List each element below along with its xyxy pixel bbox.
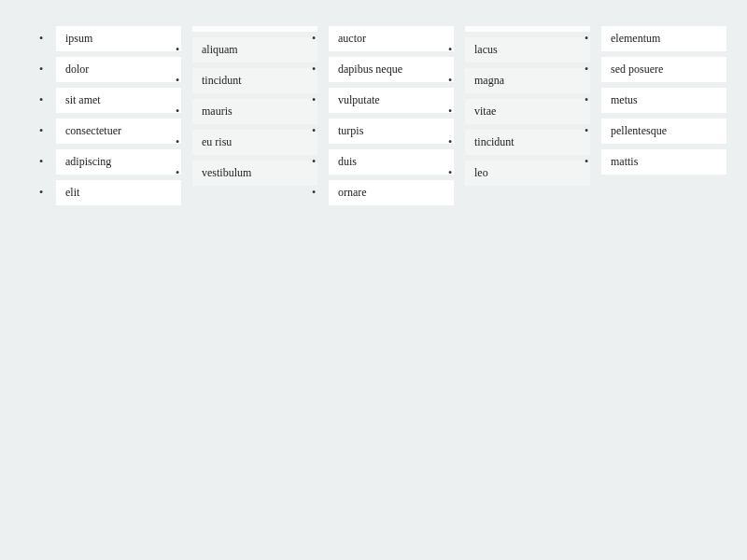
item-box[interactable]: mattis — [601, 149, 726, 175]
item-box[interactable]: dolor — [56, 57, 181, 82]
list-item: turpis — [329, 119, 428, 144]
list-item: magna — [465, 68, 564, 93]
list-item: aliquam — [192, 37, 291, 63]
item-box[interactable]: eu risu — [192, 130, 317, 155]
list-item: ipsum — [56, 26, 155, 51]
list-item: tincidunt — [465, 130, 564, 155]
item-box[interactable]: elit — [56, 180, 181, 205]
list-item: pellentesque — [601, 119, 700, 144]
item-box[interactable]: lacus — [465, 37, 590, 63]
item-box[interactable]: turpis — [329, 119, 454, 144]
item-list: ipsumdolorsit ametconsectetueradipiscing… — [19, 26, 155, 205]
item-box[interactable]: leo — [465, 161, 590, 186]
item-box[interactable]: dapibus neque — [329, 57, 454, 82]
list-item: auctor — [329, 26, 428, 51]
item-box[interactable]: magna — [465, 68, 590, 93]
list-item: eu risu — [192, 130, 291, 155]
item-box[interactable]: mauris — [192, 99, 317, 124]
item-box[interactable]: ipsum — [56, 26, 181, 51]
list-item: sit amet — [56, 88, 155, 113]
list-item: vitae — [465, 99, 564, 124]
list-item: vestibulum — [192, 161, 291, 186]
columns-container: ipsumdolorsit ametconsectetueradipiscing… — [0, 0, 747, 211]
item-box[interactable]: auctor — [329, 26, 454, 51]
item-box[interactable]: vitae — [465, 99, 590, 124]
item-box[interactable]: metus — [601, 88, 726, 113]
list-item: adipiscing — [56, 149, 155, 175]
list-item: metus — [601, 88, 700, 113]
list-item: elit — [56, 180, 155, 205]
item-box[interactable]: sed posuere — [601, 57, 726, 82]
item-box[interactable]: sit amet — [56, 88, 181, 113]
item-box[interactable]: vestibulum — [192, 161, 317, 186]
item-box[interactable]: consectetuer — [56, 119, 181, 144]
item-box[interactable]: elementum — [601, 26, 726, 51]
list-item: mauris — [192, 99, 291, 124]
list-item: dapibus neque — [329, 57, 428, 82]
list-item: vulputate — [329, 88, 428, 113]
item-box[interactable]: aliquam — [192, 37, 317, 63]
item-box[interactable]: vulputate — [329, 88, 454, 113]
item-box[interactable]: duis — [329, 149, 454, 175]
list-item: ornare — [329, 180, 428, 205]
list-item: consectetuer — [56, 119, 155, 144]
item-box[interactable]: pellentesque — [601, 119, 726, 144]
list-item: lacus — [465, 37, 564, 63]
list-item: dolor — [56, 57, 155, 82]
list-item: tincidunt — [192, 68, 291, 93]
list-item: leo — [465, 161, 564, 186]
column-0: ipsumdolorsit ametconsectetueradipiscing… — [19, 26, 155, 211]
list-item: duis — [329, 149, 428, 175]
item-box[interactable]: tincidunt — [465, 130, 590, 155]
item-box[interactable]: ornare — [329, 180, 454, 205]
list-item: mattis — [601, 149, 700, 175]
list-item: elementum — [601, 26, 700, 51]
item-box[interactable]: adipiscing — [56, 149, 181, 175]
list-item: sed posuere — [601, 57, 700, 82]
item-box[interactable]: tincidunt — [192, 68, 317, 93]
